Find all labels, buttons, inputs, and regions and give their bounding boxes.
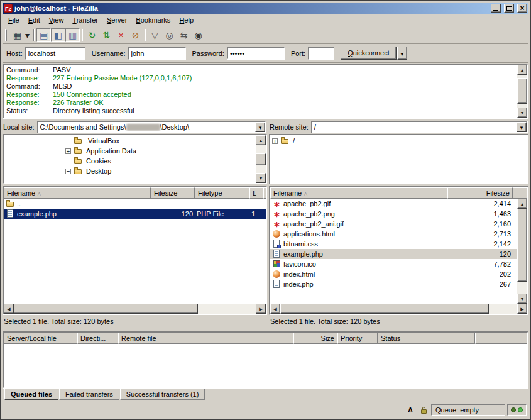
scroll-down-button[interactable] xyxy=(256,173,266,183)
column-header-filename[interactable]: Filename xyxy=(270,187,447,199)
port-input[interactable] xyxy=(308,47,334,60)
scroll-up-button[interactable] xyxy=(517,199,527,209)
cancel-operation-button[interactable]: × xyxy=(114,28,128,42)
scroll-left-button[interactable] xyxy=(4,304,14,314)
username-input[interactable] xyxy=(128,47,186,60)
file-row[interactable]: apache_pb2.gif2,414 xyxy=(270,199,517,209)
column-header-status[interactable]: Status xyxy=(378,333,475,344)
scrollbar-thumb[interactable] xyxy=(517,209,527,282)
file-row[interactable]: apache_pb2_ani.gif2,160 xyxy=(270,219,517,229)
menu-help[interactable]: Help xyxy=(175,14,198,26)
file-row[interactable]: favicon.ico7,782 xyxy=(270,259,517,269)
scrollbar-track[interactable] xyxy=(14,304,256,314)
password-input[interactable] xyxy=(227,47,285,60)
scrollbar-thumb[interactable] xyxy=(517,78,527,104)
tree-item[interactable]: +/ xyxy=(270,136,527,146)
collapse-minus-icon[interactable]: − xyxy=(65,169,71,174)
file-row[interactable]: .. xyxy=(4,199,266,209)
scroll-up-button[interactable] xyxy=(256,135,266,145)
scrollbar-track[interactable] xyxy=(517,75,527,108)
tree-item[interactable]: −Desktop xyxy=(4,166,256,176)
column-header-filetype[interactable]: Filetype xyxy=(195,187,249,199)
column-header-filesize[interactable]: Filesize xyxy=(447,187,513,199)
scrollbar-track[interactable] xyxy=(280,304,517,314)
remote-site-dropdown-button[interactable] xyxy=(517,122,527,132)
site-manager-dropdown-button[interactable]: ▾ xyxy=(23,28,31,42)
local-site-combo[interactable]: C:\Documents and Settings\\Desktop\ xyxy=(37,121,266,133)
html-icon xyxy=(272,229,282,238)
menu-server[interactable]: Server xyxy=(102,14,131,26)
encryption-indicator[interactable] xyxy=(418,404,429,416)
scrollbar-thumb[interactable] xyxy=(256,153,266,165)
disconnect-button[interactable]: ⊘ xyxy=(128,28,143,42)
column-header-l[interactable]: L xyxy=(249,187,263,199)
synchronized-browsing-button[interactable]: ⇆ xyxy=(177,28,191,42)
process-queue-button[interactable]: ⇅ xyxy=(99,28,114,42)
file-row[interactable]: example.php120 xyxy=(270,249,517,259)
filename-filters-button[interactable]: ▽ xyxy=(148,28,162,42)
file-row[interactable]: apache_pb2.png1,463 xyxy=(270,209,517,219)
local-tree-rows: .VirtualBox+Application DataCookies−Desk… xyxy=(4,135,256,183)
scroll-up-button[interactable] xyxy=(517,65,527,75)
scrollbar-track[interactable] xyxy=(517,209,527,294)
local-tree-scrollbar[interactable] xyxy=(256,135,266,183)
quickconnect-button[interactable]: Quickconnect xyxy=(341,47,397,60)
tree-item[interactable]: Cookies xyxy=(4,156,256,166)
scroll-left-button[interactable] xyxy=(270,304,280,314)
tab-failed-transfers[interactable]: Failed transfers xyxy=(59,389,119,400)
toolbar-grip[interactable] xyxy=(5,29,7,41)
menu-bookmarks[interactable]: Bookmarks xyxy=(131,14,175,26)
titlebar[interactable]: Fz john@localhost - FileZilla xyxy=(3,3,528,14)
menu-edit[interactable]: Edit xyxy=(24,14,45,26)
column-header-server-local-file[interactable]: Server/Local file xyxy=(4,333,77,344)
column-header-filename[interactable]: Filename xyxy=(4,187,151,199)
find-files-button[interactable]: ◉ xyxy=(191,28,205,42)
maximize-button[interactable] xyxy=(504,4,514,13)
close-button[interactable] xyxy=(517,4,527,13)
scrollbar-track[interactable] xyxy=(256,145,266,173)
scrollbar-thumb[interactable] xyxy=(14,304,198,314)
tab-queued-files[interactable]: Queued files xyxy=(4,389,58,400)
file-row[interactable]: index.php267 xyxy=(270,279,517,289)
transfer-type-indicator[interactable]: A xyxy=(405,404,416,416)
tree-item[interactable]: .VirtualBox xyxy=(4,136,256,146)
column-header-directi[interactable]: Directi... xyxy=(77,333,118,344)
directory-comparison-button[interactable]: ◎ xyxy=(162,28,177,42)
file-row[interactable]: example.php120PHP File1 xyxy=(4,209,266,219)
menu-file[interactable]: File xyxy=(4,14,24,26)
column-header-priority[interactable]: Priority xyxy=(337,333,378,344)
menu-view[interactable]: View xyxy=(45,14,68,26)
toolbar-separator xyxy=(145,29,146,41)
site-manager-button[interactable]: ▦ xyxy=(10,28,25,42)
remote-files-hscrollbar[interactable] xyxy=(270,304,527,314)
column-header-remote-file[interactable]: Remote file xyxy=(118,333,293,344)
file-row[interactable]: applications.html2,713 xyxy=(270,229,517,239)
column-header-filesize[interactable]: Filesize xyxy=(151,187,195,199)
minimize-button[interactable] xyxy=(491,4,501,13)
scroll-down-button[interactable] xyxy=(517,294,527,304)
toggle-directory-trees-button[interactable]: ◧ xyxy=(51,28,65,42)
remote-site-combo[interactable]: / xyxy=(311,121,528,133)
toggle-transfer-queue-button[interactable]: ▥ xyxy=(65,28,80,42)
local-list-r: ..example.php120PHP File1 xyxy=(4,199,266,304)
scroll-down-button[interactable] xyxy=(517,108,527,118)
local-files-hscrollbar[interactable] xyxy=(4,304,266,314)
refresh-button[interactable]: ↻ xyxy=(85,28,99,42)
scroll-right-button[interactable] xyxy=(517,304,527,314)
file-row[interactable]: bitnami.css2,142 xyxy=(270,239,517,249)
menu-transfer[interactable]: Transfer xyxy=(68,14,102,26)
tab-successful-transfers-1[interactable]: Successful transfers (1) xyxy=(120,389,205,400)
remote-files-scrollbar[interactable] xyxy=(517,199,527,304)
expand-plus-icon[interactable]: + xyxy=(65,148,71,154)
toggle-message-log-button[interactable]: ▤ xyxy=(36,28,51,42)
expand-plus-icon[interactable]: + xyxy=(272,138,278,144)
scrollbar-thumb[interactable] xyxy=(280,304,489,314)
tree-item[interactable]: +Application Data xyxy=(4,146,256,156)
file-row[interactable]: index.html202 xyxy=(270,269,517,279)
quickconnect-dropdown-button[interactable] xyxy=(397,47,407,60)
host-input[interactable] xyxy=(25,47,85,60)
column-header-size[interactable]: Size xyxy=(293,333,337,344)
local-site-dropdown-button[interactable] xyxy=(255,122,265,132)
log-scrollbar[interactable] xyxy=(517,65,527,118)
scroll-right-button[interactable] xyxy=(256,304,266,314)
